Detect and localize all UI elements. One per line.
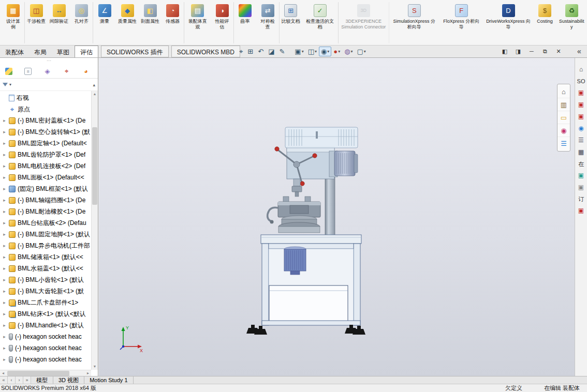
filter-dropdown-icon[interactable]: ▾ (9, 82, 11, 87)
command-tab[interactable]: 草图 (52, 46, 75, 57)
tree-horizontal-scrollbar[interactable]: ◂ ▸ (0, 370, 91, 376)
sustainability-button[interactable]: ♻ Sustainability (556, 2, 587, 43)
file-explorer-tab[interactable]: ▭ (557, 111, 570, 124)
tree-item[interactable]: ▸ BML面板<1> (Default<< (0, 172, 91, 183)
threedexperience-connector-button[interactable]: 3D 3DEXPERIENCE Simulation Connector (339, 2, 389, 43)
tree-item[interactable]: ▸ (-) hexagon socket heac (0, 331, 91, 342)
expand-arrow-icon[interactable]: ▸ (2, 311, 7, 316)
tree-item[interactable]: ▸ (-) BML异步电动机(工件部 (0, 240, 91, 251)
hide-show-items-button[interactable]: ◉ ▾ (319, 47, 331, 56)
drill-press-model[interactable] (228, 120, 373, 358)
tree-item[interactable]: ▸ (固定) BML框架<1> (默认 (0, 183, 91, 194)
panel-collapse-button[interactable]: ▴ (93, 82, 95, 87)
tree-item[interactable]: ▸ (-) hexagon socket heac (0, 342, 91, 354)
solidworks-resources-tab[interactable]: ⌂ (557, 85, 570, 98)
appearances-scenes-tab[interactable]: ◉ (557, 124, 570, 137)
command-tab[interactable]: 装配体 (0, 46, 29, 57)
tree-item[interactable]: ▸ (-) BML小齿轮<1> (默认 (0, 274, 91, 285)
tree-item[interactable]: 右视 (0, 92, 91, 103)
performance-evaluation-button[interactable]: ◑ 性能评估 (211, 2, 234, 43)
zoom-area-button[interactable]: ⊞ (245, 47, 256, 56)
tree-item[interactable]: ▸ BML齿轮防护罩<1> (Def (0, 149, 91, 160)
taskpane-red-icon-4[interactable]: ▣ (578, 207, 584, 214)
tree-item[interactable]: ▸ BML固定轴<1> (Default< (0, 138, 91, 149)
document-tab[interactable]: 3D 视图 (53, 376, 84, 384)
section-properties-button[interactable]: ◧ 剖面属性 (139, 2, 162, 43)
dynamic-annotations-button[interactable]: ✎ (277, 47, 287, 56)
design-study-button[interactable]: ▦ 设计算例 (2, 2, 25, 43)
previous-tab-button[interactable]: ‹ (8, 376, 16, 384)
tree-item[interactable]: ▸ BML水箱盖<1> (默认<< (0, 263, 91, 274)
expand-arrow-icon[interactable]: ▸ (2, 129, 7, 134)
measure-button[interactable]: ∠ 测量 (93, 2, 116, 43)
panel-gripper[interactable]: ⋯ (0, 58, 98, 64)
expand-arrow-icon[interactable]: ▸ (2, 220, 7, 225)
display-style-button[interactable]: ◫ ▾ (306, 47, 319, 56)
tree-item[interactable]: ▸ (-) BML密封盖板<1> (De (0, 115, 91, 126)
tree-item[interactable]: ▸ BML电机连接板<2> (Def (0, 160, 91, 172)
tree-item[interactable]: ▸ (-) hexagon socket heac (0, 354, 91, 365)
expand-arrow-icon[interactable]: ▸ (2, 277, 7, 282)
last-tab-button[interactable]: » (23, 376, 31, 384)
floxpress-button[interactable]: F FloXpress 分析向导 (439, 2, 483, 43)
simulationxpress-button[interactable]: S SimulationXpress 分析向导 (389, 2, 439, 43)
tree-item[interactable]: ▸ (-) BML轴端挡圈<1> (De (0, 194, 91, 206)
scrollbar-thumb[interactable] (7, 371, 69, 376)
interference-check-button[interactable]: ◫ 干涉检查 (25, 2, 48, 43)
check-active-document-button[interactable]: ✓ 检查激活的文档 (302, 2, 339, 43)
expand-arrow-icon[interactable]: ▸ (2, 266, 7, 271)
sensors-button[interactable]: ◔ 传感器 (162, 2, 184, 43)
tree-item[interactable]: ▸ (-) BML空心旋转轴<1> (默 (0, 126, 91, 138)
view-orientation-button[interactable]: ▣ ▾ (292, 47, 305, 56)
propertymanager-tab[interactable]: ≡ (22, 66, 34, 77)
dock-left-pane-button[interactable]: ◧ (498, 46, 511, 57)
dock-right-pane-button[interactable]: ◨ (511, 46, 525, 57)
scroll-left-icon[interactable]: ◂ (0, 370, 6, 376)
expand-arrow-icon[interactable]: ▸ (2, 323, 7, 328)
taskpane-collapse-button[interactable]: « (573, 46, 585, 57)
compare-documents-button[interactable]: ⊞ 比较文档 (280, 2, 302, 43)
scroll-up-icon[interactable]: ▲ (92, 91, 98, 97)
displaymanager-tab[interactable]: ◕ (80, 66, 92, 77)
taskpane-red-icon-1[interactable]: ▣ (578, 89, 584, 96)
taskpane-red-icon-3[interactable]: ▣ (578, 113, 584, 120)
tree-item[interactable]: ⌖ 原点 (0, 103, 91, 115)
tree-item[interactable]: ▸ (-) BML固定地脚<1> (默认 (0, 229, 91, 240)
scroll-right-icon[interactable]: ▸ (85, 370, 91, 376)
apply-scene-button[interactable]: ◍ ▾ (342, 47, 355, 56)
tree-item[interactable]: ▸ BML台钻底板<2> (Defau (0, 217, 91, 229)
expand-arrow-icon[interactable]: ▸ (2, 289, 7, 294)
zoom-fit-button[interactable]: ⌖ (237, 47, 245, 57)
first-tab-button[interactable]: « (0, 376, 8, 384)
expand-arrow-icon[interactable]: ▸ (2, 198, 7, 203)
expand-arrow-icon[interactable]: ▸ (2, 141, 7, 146)
command-tab[interactable]: 布局 (29, 46, 52, 57)
taskpane-teal-icon[interactable]: ▣ (578, 172, 584, 179)
expand-arrow-icon[interactable]: ▸ (2, 209, 7, 214)
document-tab[interactable]: 模型 (31, 376, 53, 384)
dimxpertmanager-tab[interactable]: ⌖ (61, 66, 72, 77)
taskpane-text-fragment[interactable]: 在 (578, 161, 584, 167)
taskpane-red-icon-2[interactable]: ▣ (578, 101, 584, 108)
mass-properties-button[interactable]: ◆ 质量属性 (116, 2, 139, 43)
graphics-area[interactable]: Y X ⌂ ▥ ▭ ◉ ☰ (99, 58, 575, 376)
expand-arrow-icon[interactable]: ▸ (2, 118, 7, 123)
tree-item[interactable]: ▸ (-) BML耐油橡胶<1> (De (0, 206, 91, 217)
design-library-tab[interactable]: ▥ (557, 98, 570, 111)
taskpane-text-fragment[interactable]: SO (577, 78, 585, 84)
expand-arrow-icon[interactable]: ▸ (2, 345, 7, 351)
taskpane-text-fragment[interactable]: 订 (578, 196, 584, 202)
command-tab[interactable]: SOLIDWORKS 插件 (101, 46, 169, 57)
section-view-button[interactable]: ◪ (266, 47, 277, 56)
filter-funnel-icon[interactable] (3, 83, 8, 86)
next-tab-button[interactable]: › (16, 376, 23, 384)
expand-arrow-icon[interactable]: ▸ (2, 254, 7, 260)
tree-item[interactable]: ▸ BML钻床<1> (默认<默认 (0, 308, 91, 320)
taskpane-gray-icon[interactable]: ▣ (578, 184, 584, 191)
tree-vertical-scrollbar[interactable]: ▲ ▼ (91, 91, 98, 370)
curvature-button[interactable]: 曲率 (234, 2, 257, 43)
expand-arrow-icon[interactable]: ▸ (2, 357, 7, 362)
scroll-down-icon[interactable]: ▼ (92, 364, 98, 370)
driveworksxpress-button[interactable]: D DriveWorksXpress 向导 (483, 2, 533, 43)
expand-arrow-icon[interactable]: ▸ (2, 334, 7, 339)
